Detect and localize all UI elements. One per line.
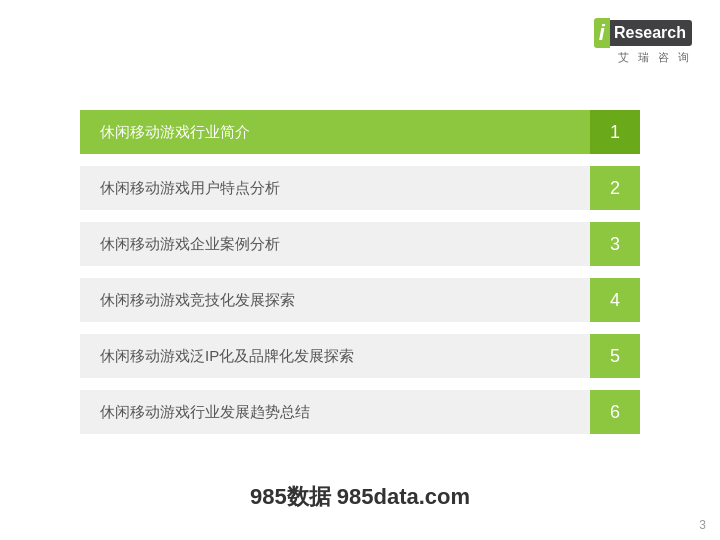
logo-research: Research — [610, 20, 692, 46]
menu-number-2: 2 — [590, 166, 640, 210]
page-number: 3 — [699, 518, 706, 532]
menu-item-6[interactable]: 休闲移动游戏行业发展趋势总结6 — [80, 390, 640, 434]
menu-number-4: 4 — [590, 278, 640, 322]
menu-item-5[interactable]: 休闲移动游戏泛IP化及品牌化发展探索5 — [80, 334, 640, 378]
menu-number-1: 1 — [590, 110, 640, 154]
menu-label-3: 休闲移动游戏企业案例分析 — [80, 222, 590, 266]
menu-item-1[interactable]: 休闲移动游戏行业简介1 — [80, 110, 640, 154]
menu-label-2: 休闲移动游戏用户特点分析 — [80, 166, 590, 210]
menu-number-5: 5 — [590, 334, 640, 378]
menu-label-5: 休闲移动游戏泛IP化及品牌化发展探索 — [80, 334, 590, 378]
menu-number-3: 3 — [590, 222, 640, 266]
menu-label-4: 休闲移动游戏竞技化发展探索 — [80, 278, 590, 322]
menu-item-3[interactable]: 休闲移动游戏企业案例分析3 — [80, 222, 640, 266]
menu-label-6: 休闲移动游戏行业发展趋势总结 — [80, 390, 590, 434]
menu-content: 休闲移动游戏行业简介1休闲移动游戏用户特点分析2休闲移动游戏企业案例分析3休闲移… — [80, 110, 640, 446]
logo-box: i Research — [594, 18, 692, 48]
logo-area: i Research 艾 瑞 咨 询 — [594, 18, 692, 65]
logo-i: i — [594, 18, 610, 48]
menu-label-1: 休闲移动游戏行业简介 — [80, 110, 590, 154]
watermark: 985数据 985data.com — [250, 482, 470, 512]
menu-item-2[interactable]: 休闲移动游戏用户特点分析2 — [80, 166, 640, 210]
logo-subtitle: 艾 瑞 咨 询 — [618, 50, 692, 65]
menu-item-4[interactable]: 休闲移动游戏竞技化发展探索4 — [80, 278, 640, 322]
menu-number-6: 6 — [590, 390, 640, 434]
